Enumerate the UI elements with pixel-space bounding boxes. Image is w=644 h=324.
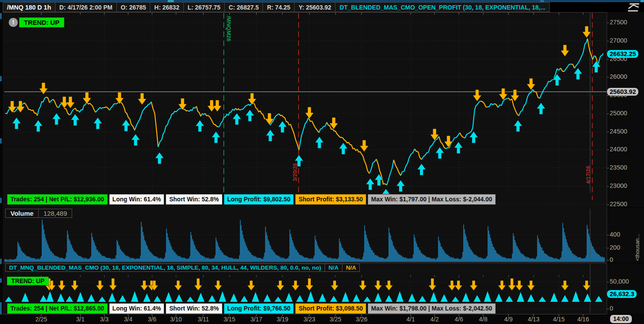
sell-signal-arrow bbox=[248, 93, 256, 105]
axis-tick bbox=[607, 41, 609, 41]
buy-signal-arrow bbox=[574, 68, 582, 80]
buy-signal-arrow bbox=[462, 293, 470, 302]
price-axis[interactable]: 2750027000265002600025500250002450024000… bbox=[607, 12, 644, 207]
sell-signal-arrow bbox=[66, 97, 75, 108]
stat-badge: Max Win: $1,797.00 | Max Loss: $-2,044.0… bbox=[368, 194, 495, 205]
buy-signal-arrow bbox=[561, 295, 569, 302]
sell-signal-arrow bbox=[360, 140, 368, 152]
price-line bbox=[205, 114, 218, 127]
buy-signal-arrow bbox=[595, 296, 603, 302]
date-label: 4/8 bbox=[479, 316, 487, 323]
buy-signal-arrow bbox=[517, 292, 524, 302]
buy-signal-arrow bbox=[285, 293, 293, 302]
date-label: 3/17 bbox=[250, 316, 262, 323]
buy-signal-arrow bbox=[375, 174, 383, 186]
date-label: 4/13 bbox=[528, 316, 539, 323]
study-value-marker: 26,632.3 bbox=[607, 290, 637, 298]
axis-tick bbox=[607, 114, 609, 114]
panel-handle bbox=[0, 76, 2, 81]
axis-tick bbox=[607, 204, 609, 205]
price-chart-canvas[interactable] bbox=[3, 12, 607, 208]
price-line bbox=[53, 99, 57, 107]
prev-close-marker: 25603.92 bbox=[607, 88, 638, 96]
ohlc-field: C: 26827.5 bbox=[224, 2, 263, 12]
study-na-short: N/A bbox=[342, 264, 360, 272]
buy-signal-arrow bbox=[572, 291, 580, 302]
buy-signal-arrow bbox=[315, 137, 324, 148]
x-tick bbox=[80, 314, 81, 316]
buy-signal-arrow bbox=[417, 164, 426, 175]
symbol-interval-label[interactable]: /MNQ 180 D 1h bbox=[3, 2, 56, 12]
sell-signal-arrow bbox=[109, 278, 117, 291]
buy-signal-arrow bbox=[474, 295, 481, 302]
buy-signal-arrow bbox=[537, 103, 545, 114]
sell-signal-arrow bbox=[305, 107, 314, 119]
volume-canvas[interactable] bbox=[3, 208, 607, 263]
study-title-label[interactable]: DT_MNQ_BLENDED_MAS_CMO (30, 18, EXPONENT… bbox=[5, 264, 325, 272]
time-axis[interactable]: 14:00 2/253/13/33/43/63/103/113/153/173/… bbox=[0, 314, 644, 324]
price-line bbox=[439, 137, 446, 149]
price-line bbox=[188, 106, 196, 111]
x-tick bbox=[41, 314, 42, 316]
buy-signal-arrow bbox=[396, 291, 404, 302]
buy-signal-arrow bbox=[66, 296, 73, 302]
price-line bbox=[422, 137, 439, 160]
price-line bbox=[561, 68, 564, 72]
sell-signal-arrow bbox=[359, 281, 367, 291]
buy-signal-arrow bbox=[454, 142, 463, 154]
ohlc-field: O: 26785 bbox=[116, 2, 150, 12]
stat-badge: Long Profit: $9,766.50 bbox=[224, 303, 294, 314]
price-line bbox=[96, 107, 104, 112]
panel-handle bbox=[0, 198, 2, 203]
sell-signal-arrow bbox=[428, 278, 436, 291]
buy-signal-arrow bbox=[506, 296, 513, 302]
sell-signal-arrow bbox=[292, 281, 299, 291]
stat-badge: Short Profit: $3,133.50 bbox=[295, 194, 366, 205]
chart-style-icon[interactable] bbox=[626, 3, 642, 12]
buy-signal-arrow bbox=[430, 292, 438, 302]
y-axis-label: 400 bbox=[610, 231, 620, 238]
date-label: 4/9 bbox=[504, 316, 512, 323]
axis-tick bbox=[607, 95, 609, 96]
date-label: 3/19 bbox=[276, 316, 288, 323]
volume-value: 128,489 bbox=[38, 209, 72, 218]
price-line bbox=[201, 114, 205, 117]
price-line bbox=[401, 149, 415, 175]
date-label: 4/16 bbox=[577, 316, 589, 323]
date-label: 3/25 bbox=[329, 316, 341, 323]
y-axis-label: 27500 bbox=[610, 19, 627, 26]
open-profit-study-label[interactable]: DT_BLENDED_MAS_CMO_OPEN_PROFIT (30, 18, … bbox=[335, 2, 550, 12]
alert-info-icon[interactable]: ! bbox=[9, 18, 18, 27]
buy-signal-arrow bbox=[495, 294, 503, 302]
buy-signal-arrow bbox=[52, 113, 61, 125]
crosshair-time-badge: 14:00 bbox=[610, 315, 632, 323]
date-label: 4/15 bbox=[553, 316, 564, 323]
x-tick bbox=[128, 314, 129, 316]
sell-signal-arrow bbox=[515, 281, 523, 291]
price-line bbox=[519, 90, 533, 116]
study-axis[interactable]: 50,0000 bbox=[607, 263, 644, 314]
buy-signal-arrow bbox=[22, 293, 29, 302]
buy-signal-arrow bbox=[119, 295, 126, 302]
roll-date-label: 3/20/26 bbox=[292, 163, 298, 181]
sell-signal-arrow bbox=[213, 100, 222, 112]
date-label: 3/11 bbox=[198, 316, 209, 323]
expiration-date-label: 4/17/26 bbox=[585, 166, 591, 184]
trading-chart-window: /MNQ 180 D 1h D: 4/17/26 2:00 PMO: 26785… bbox=[0, 0, 644, 324]
sell-signal-arrow bbox=[247, 281, 255, 291]
x-tick bbox=[483, 314, 484, 316]
y-axis-label: 200 bbox=[610, 244, 620, 251]
buy-signal-arrow bbox=[5, 297, 13, 302]
buy-signal-arrow bbox=[176, 294, 183, 302]
date-label: 3/26 bbox=[355, 316, 367, 323]
strategy-stats-row: Trades: 254 | Net P/L: $12,865.00Long Wi… bbox=[7, 303, 496, 314]
sell-signal-arrow bbox=[39, 83, 48, 94]
sell-signal-arrow bbox=[374, 281, 382, 291]
sell-signal-arrow bbox=[194, 278, 202, 291]
price-line bbox=[369, 159, 376, 174]
ohlc-fields: D: 4/17/26 2:00 PMO: 26785H: 26832L: 267… bbox=[56, 2, 336, 12]
buy-signal-arrow bbox=[122, 120, 130, 131]
volume-study-label[interactable]: Volume bbox=[5, 209, 39, 218]
date-label: 2/25 bbox=[35, 316, 47, 323]
sell-signal-arrow bbox=[499, 88, 508, 100]
